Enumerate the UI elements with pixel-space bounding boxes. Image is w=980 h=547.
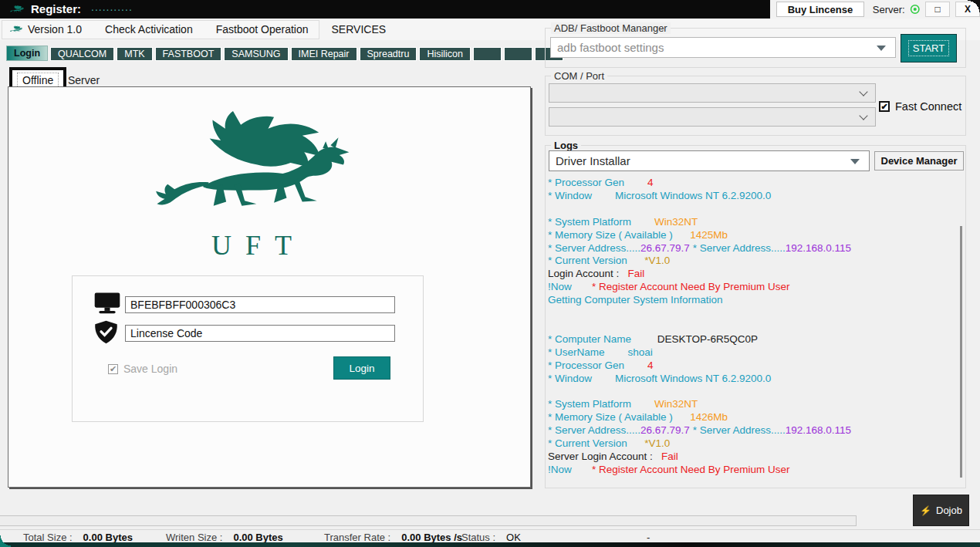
- server-status-dot-icon: [910, 4, 921, 15]
- status-item-writen-size-: Writen Size :0.00 Bytes: [166, 532, 283, 543]
- tab-blank[interactable]: [504, 47, 532, 61]
- menu-item-version-1-0[interactable]: Version 1.0: [28, 23, 82, 35]
- log-line: Getting Computer System Information: [548, 294, 955, 307]
- dojob-button[interactable]: ⚡ Dojob: [913, 495, 969, 526]
- login-tab-panel: UFT ✔ Save Login Login: [8, 86, 531, 488]
- status-item-total-size-: Total Size :0.00 Bytes: [23, 532, 133, 543]
- save-login-checkbox[interactable]: ✔ Save Login: [108, 363, 177, 375]
- logo-text: UFT: [120, 229, 383, 262]
- dragon-icon: [9, 2, 25, 16]
- shield-check-icon: [94, 320, 118, 344]
- progress-bar: [0, 515, 857, 526]
- dragon-icon: [9, 23, 23, 35]
- log-line: [548, 203, 955, 216]
- log-line: [548, 307, 955, 320]
- chevron-down-icon: [859, 111, 867, 120]
- log-line: * Memory Size ( Available ) 1426Mb: [548, 411, 955, 424]
- com-port-group: COM / Port ✔ Fast Connect: [545, 76, 966, 136]
- status-dash: -: [647, 532, 650, 543]
- bottom-accent-strip: [0, 542, 980, 547]
- status-item-status-: Status :OK: [461, 532, 521, 543]
- log-line: [548, 320, 955, 333]
- log-line: [548, 386, 955, 399]
- titlebar-right: Buy Lincense Server: □ X: [770, 0, 980, 19]
- tab-hisilicon[interactable]: Hisilicon: [419, 47, 471, 61]
- lightning-icon: ⚡: [920, 505, 931, 516]
- device-manager-button[interactable]: Device Manager: [874, 151, 964, 171]
- log-line: * Computer Name DESKTOP-6R5QC0P: [548, 333, 955, 346]
- buy-license-button[interactable]: Buy Lincense: [776, 2, 864, 17]
- log-line: * Memory Size ( Available ) 1425Mb: [548, 229, 955, 242]
- log-scrollbar-thumb[interactable]: [960, 226, 962, 478]
- tab-qualcom[interactable]: QUALCOM: [50, 47, 114, 61]
- main-tabs: LoginQUALCOMMTKFASTBOOTSAMSUNGIMEI Repai…: [6, 46, 563, 61]
- subtab-offline-label: Offline: [17, 73, 59, 88]
- window-corner-decoration: [968, 0, 980, 12]
- tab-imei-repair[interactable]: IMEI Repair: [291, 47, 357, 61]
- log-line: * System Platform Win32NT: [548, 398, 955, 411]
- driver-installer-combobox[interactable]: Driver Installar: [549, 150, 870, 171]
- log-line: * Window Microsoft Windows NT 6.2.9200.0: [548, 373, 955, 386]
- log-line: Server Login Account : Fail: [548, 451, 955, 464]
- log-line: * Current Version *V1.0: [548, 255, 955, 268]
- log-line: * System Platform Win32NT: [548, 216, 955, 229]
- log-line: * Server Address.....26.67.79.7 * Server…: [548, 242, 955, 255]
- subtab-server[interactable]: Server: [63, 73, 104, 88]
- title-dots: ...........: [91, 1, 133, 13]
- adb-settings-value: adb fastboot settings: [557, 41, 664, 54]
- window-corner-decoration: [0, 535, 11, 547]
- fast-connect-label: Fast Connect: [895, 100, 961, 113]
- tab-blank[interactable]: [473, 47, 502, 61]
- window-title: Register:: [31, 2, 81, 15]
- log-line: * UserName shoai: [548, 346, 955, 360]
- login-button[interactable]: Login: [333, 356, 390, 380]
- tab-mtk[interactable]: MTK: [117, 47, 152, 61]
- start-button-label: START: [908, 40, 949, 56]
- menu-item-services[interactable]: SERVICES: [332, 23, 387, 35]
- log-output: * Processor Gen 4* Window Microsoft Wind…: [548, 177, 955, 484]
- login-form-box: ✔ Save Login Login: [72, 275, 424, 422]
- fast-connect-checkbox[interactable]: ✔ Fast Connect: [879, 100, 961, 113]
- menu-item-fastboot-operation[interactable]: Fastboot Operation: [216, 23, 309, 35]
- log-line: !Now * Register Account Need By Premium …: [548, 281, 955, 294]
- driver-installer-value: Driver Installar: [556, 154, 630, 167]
- com-port-combobox-2[interactable]: [549, 107, 876, 127]
- logs-group-title: Logs: [551, 140, 581, 151]
- status-bar: - Total Size :0.00 BytesWriten Size :0.0…: [0, 529, 980, 542]
- menu-item-check-activication[interactable]: Check Activication: [105, 23, 193, 35]
- log-line: Login Account : Fail: [548, 268, 955, 281]
- tab-samsung[interactable]: SAMSUNG: [224, 47, 288, 61]
- log-line: !Now * Register Account Need By Premium …: [548, 464, 955, 477]
- server-status-label: Server:: [873, 4, 905, 15]
- hwid-input[interactable]: [125, 296, 395, 313]
- log-line: * Processor Gen 4: [548, 177, 955, 190]
- log-line: * Window Microsoft Windows NT 6.2.9200.0: [548, 190, 955, 203]
- tab-login[interactable]: Login: [6, 46, 48, 61]
- license-code-input[interactable]: [125, 325, 395, 342]
- start-button[interactable]: START: [901, 34, 957, 62]
- log-line: * Processor Gen 4: [548, 360, 955, 373]
- adb-group-title: ADB/ Fastboot Mananger: [551, 22, 671, 34]
- log-line: * Current Version *V1.0: [548, 437, 955, 451]
- log-line: * Server Address.....26.67.79.7 * Server…: [548, 424, 955, 437]
- checkbox-check-icon: ✔: [108, 364, 118, 374]
- tab-spreadtru[interactable]: Spreadtru: [360, 47, 417, 61]
- dojob-label: Dojob: [936, 505, 962, 516]
- uft-logo: UFT: [120, 107, 383, 262]
- chevron-down-icon: [859, 87, 867, 96]
- checkbox-check-icon: ✔: [879, 101, 890, 112]
- com-port-combobox-1[interactable]: [549, 83, 876, 103]
- title-bar: Register: ........... Buy Lincense Serve…: [0, 0, 980, 19]
- maximize-button[interactable]: □: [925, 2, 950, 17]
- tab-fastboot[interactable]: FASTBOOT: [155, 47, 222, 61]
- adb-fastboot-group: ADB/ Fastboot Mananger adb fastboot sett…: [545, 28, 966, 68]
- status-item-transfer-rate-: Transfer Rate :0.00 Bytes /s: [324, 532, 462, 543]
- com-group-title: COM / Port: [551, 70, 607, 82]
- combo-arrow-icon: [877, 46, 886, 51]
- combo-arrow-icon: [850, 159, 860, 164]
- dragon-logo-icon: [128, 107, 375, 229]
- adb-settings-combobox[interactable]: adb fastboot settings: [550, 37, 896, 58]
- menu-items: Version 1.0Check ActivicationFastboot Op…: [28, 19, 386, 40]
- save-login-label: Save Login: [123, 363, 177, 375]
- logs-group: Logs Driver Installar Device Manager * P…: [545, 145, 966, 488]
